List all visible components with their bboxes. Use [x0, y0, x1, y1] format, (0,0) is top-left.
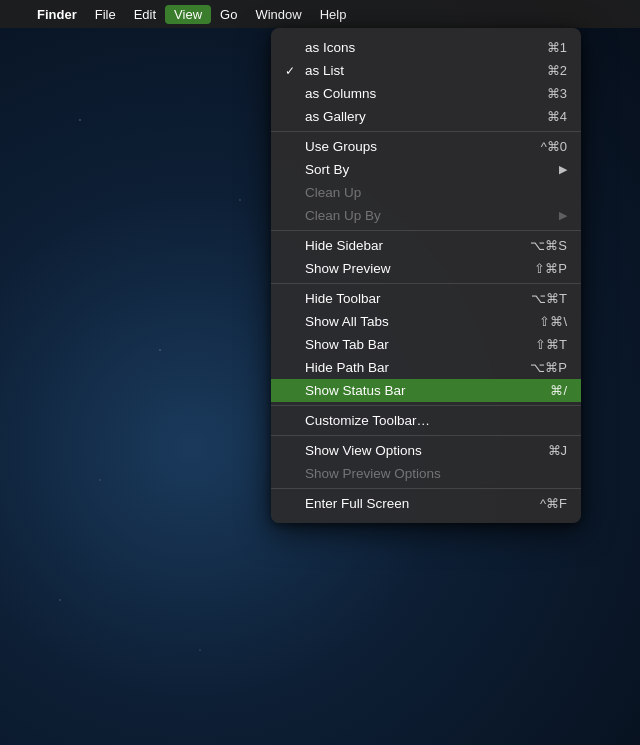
menu-item-hide-toolbar[interactable]: Hide Toolbar ⌥⌘T [271, 287, 581, 310]
label-show-status-bar: Show Status Bar [305, 383, 406, 398]
view-menu-dropdown: as Icons ⌘1 ✓ as List ⌘2 as Columns ⌘3 a… [271, 28, 581, 523]
menu-bar-help[interactable]: Help [311, 5, 356, 24]
label-show-view-options: Show View Options [305, 443, 422, 458]
shortcut-use-groups: ^⌘0 [541, 139, 567, 154]
menu-item-show-preview[interactable]: Show Preview ⇧⌘P [271, 257, 581, 280]
menu-bar-window[interactable]: Window [246, 5, 310, 24]
label-hide-toolbar: Hide Toolbar [305, 291, 381, 306]
menu-item-as-icons[interactable]: as Icons ⌘1 [271, 36, 581, 59]
menu-bar-file[interactable]: File [86, 5, 125, 24]
menu-bar-finder[interactable]: Finder [28, 5, 86, 24]
shortcut-as-icons: ⌘1 [547, 40, 567, 55]
menu-item-clean-up-by[interactable]: Clean Up By ▶ [271, 204, 581, 227]
shortcut-show-tab-bar: ⇧⌘T [535, 337, 567, 352]
menu-section-groups: Use Groups ^⌘0 Sort By ▶ Clean Up Clean … [271, 132, 581, 231]
menu-item-show-tab-bar[interactable]: Show Tab Bar ⇧⌘T [271, 333, 581, 356]
menu-item-show-status-bar[interactable]: Show Status Bar ⌘/ [271, 379, 581, 402]
menu-item-customize-toolbar[interactable]: Customize Toolbar… [271, 409, 581, 432]
label-as-gallery: as Gallery [305, 109, 366, 124]
menu-item-sort-by[interactable]: Sort By ▶ [271, 158, 581, 181]
checkmark-as-list: ✓ [285, 64, 299, 78]
menu-item-use-groups[interactable]: Use Groups ^⌘0 [271, 135, 581, 158]
label-as-list: as List [305, 63, 344, 78]
label-use-groups: Use Groups [305, 139, 377, 154]
menu-section-toolbar: Hide Toolbar ⌥⌘T Show All Tabs ⇧⌘\ Show … [271, 284, 581, 406]
menu-section-sidebar: Hide Sidebar ⌥⌘S Show Preview ⇧⌘P [271, 231, 581, 284]
menu-item-as-columns[interactable]: as Columns ⌘3 [271, 82, 581, 105]
menu-section-customize: Customize Toolbar… [271, 406, 581, 436]
label-hide-sidebar: Hide Sidebar [305, 238, 383, 253]
menu-bar: Finder File Edit View Go Window Help [0, 0, 640, 28]
menu-item-show-view-options[interactable]: Show View Options ⌘J [271, 439, 581, 462]
menu-item-clean-up[interactable]: Clean Up [271, 181, 581, 204]
shortcut-as-list: ⌘2 [547, 63, 567, 78]
label-show-preview: Show Preview [305, 261, 391, 276]
shortcut-show-preview: ⇧⌘P [534, 261, 567, 276]
submenu-arrow-clean-up-by: ▶ [559, 209, 567, 222]
menu-item-hide-path-bar[interactable]: Hide Path Bar ⌥⌘P [271, 356, 581, 379]
label-show-tab-bar: Show Tab Bar [305, 337, 389, 352]
label-customize-toolbar: Customize Toolbar… [305, 413, 430, 428]
label-as-icons: as Icons [305, 40, 355, 55]
menu-item-enter-full-screen[interactable]: Enter Full Screen ^⌘F [271, 492, 581, 515]
menu-bar-go[interactable]: Go [211, 5, 246, 24]
shortcut-hide-path-bar: ⌥⌘P [530, 360, 567, 375]
menu-bar-view[interactable]: View [165, 5, 211, 24]
menu-item-show-all-tabs[interactable]: Show All Tabs ⇧⌘\ [271, 310, 581, 333]
shortcut-show-view-options: ⌘J [548, 443, 568, 458]
label-hide-path-bar: Hide Path Bar [305, 360, 389, 375]
shortcut-as-columns: ⌘3 [547, 86, 567, 101]
menu-bar-edit[interactable]: Edit [125, 5, 165, 24]
shortcut-as-gallery: ⌘4 [547, 109, 567, 124]
label-sort-by: Sort By [305, 162, 349, 177]
menu-item-show-preview-options[interactable]: Show Preview Options [271, 462, 581, 485]
submenu-arrow-sort-by: ▶ [559, 163, 567, 176]
label-clean-up: Clean Up [305, 185, 361, 200]
shortcut-hide-toolbar: ⌥⌘T [531, 291, 567, 306]
menu-item-as-gallery[interactable]: as Gallery ⌘4 [271, 105, 581, 128]
label-clean-up-by: Clean Up By [305, 208, 381, 223]
label-enter-full-screen: Enter Full Screen [305, 496, 409, 511]
menu-section-fullscreen: Enter Full Screen ^⌘F [271, 489, 581, 518]
menu-section-view-options: Show View Options ⌘J Show Preview Option… [271, 436, 581, 489]
label-as-columns: as Columns [305, 86, 376, 101]
shortcut-enter-full-screen: ^⌘F [540, 496, 567, 511]
menu-item-as-list[interactable]: ✓ as List ⌘2 [271, 59, 581, 82]
label-show-all-tabs: Show All Tabs [305, 314, 389, 329]
shortcut-show-status-bar: ⌘/ [550, 383, 567, 398]
shortcut-show-all-tabs: ⇧⌘\ [539, 314, 567, 329]
shortcut-hide-sidebar: ⌥⌘S [530, 238, 567, 253]
menu-item-hide-sidebar[interactable]: Hide Sidebar ⌥⌘S [271, 234, 581, 257]
menu-section-view-modes: as Icons ⌘1 ✓ as List ⌘2 as Columns ⌘3 a… [271, 33, 581, 132]
label-show-preview-options: Show Preview Options [305, 466, 441, 481]
